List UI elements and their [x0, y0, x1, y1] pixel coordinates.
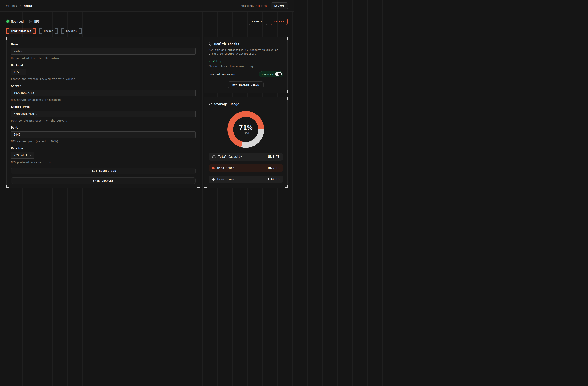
- free-space-dot: [212, 178, 215, 181]
- welcome-prefix: Welcome,: [242, 4, 254, 7]
- port-input[interactable]: [11, 131, 196, 138]
- export-path-help-text: Path to the NFS export on the server.: [11, 119, 196, 122]
- remount-toggle-state: ENABLED: [262, 73, 273, 76]
- corner-decoration: [6, 185, 9, 188]
- corner-decoration: [197, 37, 200, 40]
- top-bar-right: Welcome, nicolas LOGOUT: [242, 2, 288, 9]
- total-capacity-label: Total Capacity: [218, 155, 242, 158]
- toggle-knob: [278, 73, 281, 76]
- corner-decoration: [204, 90, 207, 93]
- name-input[interactable]: [11, 48, 196, 55]
- server-label: Server: [11, 85, 196, 88]
- corner-decoration: [197, 185, 200, 188]
- storage-usage-title: Storage Usage: [209, 102, 283, 106]
- corner-decoration: [285, 185, 288, 188]
- donut-center: 71% Used: [233, 117, 258, 142]
- hard-drive-icon: [212, 155, 216, 158]
- test-connection-button[interactable]: TEST CONNECTION: [11, 168, 196, 174]
- port-label: Port: [11, 126, 196, 129]
- backend-label: Backend: [11, 64, 196, 67]
- total-capacity-row: Total Capacity 15.3 TB: [209, 153, 283, 161]
- mount-status-label: Mounted: [11, 20, 24, 23]
- remount-setting-row: Remount on error ENABLED: [209, 71, 283, 77]
- status-indicators: Mounted NFS: [6, 20, 40, 23]
- server-field-group: Server NFS server IP address or hostname…: [11, 85, 196, 101]
- backend-select-value: NFS: [14, 70, 19, 74]
- breadcrumb-volumes-link[interactable]: Volumes: [6, 4, 17, 7]
- used-space-value: 10.9 TB: [268, 166, 279, 170]
- version-help-text: NFS protocol version to use.: [11, 161, 196, 164]
- run-health-check-button[interactable]: RUN HEALTH CHECK: [228, 81, 264, 88]
- version-select-value: NFS v4.1: [14, 154, 27, 157]
- hard-drive-icon: [209, 102, 212, 106]
- export-path-field-group: Export Path Path to the NFS export on th…: [11, 105, 196, 122]
- version-select[interactable]: NFS v4.1: [11, 152, 34, 159]
- storage-donut: 71% Used: [228, 111, 264, 148]
- corner-decoration: [285, 97, 288, 100]
- free-space-row: Free Space 4.42 TB: [209, 175, 283, 183]
- volume-actions: UNMOUNT DELETE: [249, 18, 288, 25]
- health-last-checked: Checked less than a minute ago: [209, 65, 283, 68]
- storage-stats-list: Total Capacity 15.3 TB Used Space 10.9 T…: [209, 153, 283, 183]
- volume-status-row: Mounted NFS UNMOUNT DELETE: [6, 18, 288, 25]
- version-field-group: Version NFS v4.1 NFS protocol version to…: [11, 147, 196, 164]
- corner-decoration: [285, 37, 288, 40]
- server-icon: [29, 20, 32, 23]
- name-field-group: Name Unique identifier for the volume.: [11, 43, 196, 60]
- unmount-button[interactable]: UNMOUNT: [249, 18, 267, 25]
- corner-decoration: [204, 37, 207, 40]
- storage-usage-title-text: Storage Usage: [214, 102, 239, 106]
- tab-bar: Configuration Docker Backups: [6, 28, 288, 34]
- breadcrumb-current-page: media: [24, 4, 32, 7]
- tab-docker[interactable]: Docker: [39, 28, 58, 34]
- health-checks-card: Health Checks Monitor and automatically …: [204, 37, 288, 93]
- right-column: Health Checks Monitor and automatically …: [204, 37, 288, 188]
- tab-configuration[interactable]: Configuration: [6, 28, 36, 34]
- health-description: Monitor and automatically remount volume…: [209, 48, 283, 56]
- username: nicolas: [256, 4, 267, 7]
- name-label: Name: [11, 43, 196, 46]
- donut-percent-label: 71%: [239, 124, 252, 131]
- health-status-text: Healthy: [209, 60, 283, 63]
- version-label: Version: [11, 147, 196, 150]
- port-help-text: NFS server port (default: 2049).: [11, 140, 196, 143]
- backend-badge: NFS: [29, 20, 40, 23]
- health-checks-title: Health Checks: [209, 42, 283, 46]
- backend-help-text: Choose the storage backend for this volu…: [11, 77, 196, 81]
- free-space-value: 4.42 TB: [268, 178, 279, 181]
- health-checks-title-text: Health Checks: [214, 42, 239, 46]
- welcome-text: Welcome, nicolas: [242, 4, 267, 7]
- toggle-switch: [275, 72, 282, 76]
- used-space-dot: [212, 167, 215, 169]
- remount-on-error-label: Remount on error: [209, 73, 236, 76]
- save-changes-button[interactable]: SAVE CHANGES: [11, 177, 196, 184]
- total-capacity-value: 15.3 TB: [268, 155, 279, 158]
- breadcrumb-separator: >: [20, 4, 21, 7]
- name-help-text: Unique identifier for the volume.: [11, 57, 196, 60]
- logout-button[interactable]: LOGOUT: [271, 2, 288, 9]
- used-space-label: Used Space: [217, 166, 234, 170]
- export-path-input[interactable]: [11, 111, 196, 117]
- mounted-status-dot: [6, 20, 9, 23]
- used-space-row: Used Space 10.9 TB: [209, 164, 283, 172]
- corner-decoration: [285, 90, 288, 93]
- page-content: Mounted NFS UNMOUNT DELETE Configuration…: [0, 12, 294, 188]
- corner-decoration: [204, 97, 207, 100]
- donut-used-label: Used: [242, 131, 249, 134]
- heart-icon: [209, 42, 212, 46]
- remount-toggle[interactable]: ENABLED: [259, 71, 283, 77]
- server-input[interactable]: [11, 90, 196, 96]
- configuration-card: Name Unique identifier for the volume. B…: [6, 37, 200, 188]
- delete-button[interactable]: DELETE: [271, 18, 288, 25]
- backend-badge-label: NFS: [34, 20, 40, 23]
- tab-backups[interactable]: Backups: [61, 28, 82, 34]
- main-layout: Name Unique identifier for the volume. B…: [6, 37, 288, 188]
- top-bar: Volumes > media Welcome, nicolas LOGOUT: [0, 0, 294, 12]
- corner-decoration: [204, 185, 207, 188]
- mount-status: Mounted: [6, 20, 24, 23]
- backend-field-group: Backend NFS Choose the storage backend f…: [11, 64, 196, 81]
- breadcrumb: Volumes > media: [6, 4, 32, 7]
- backend-select[interactable]: NFS: [11, 69, 26, 75]
- corner-decoration: [6, 37, 9, 40]
- donut-chart-area: 71% Used: [209, 106, 283, 153]
